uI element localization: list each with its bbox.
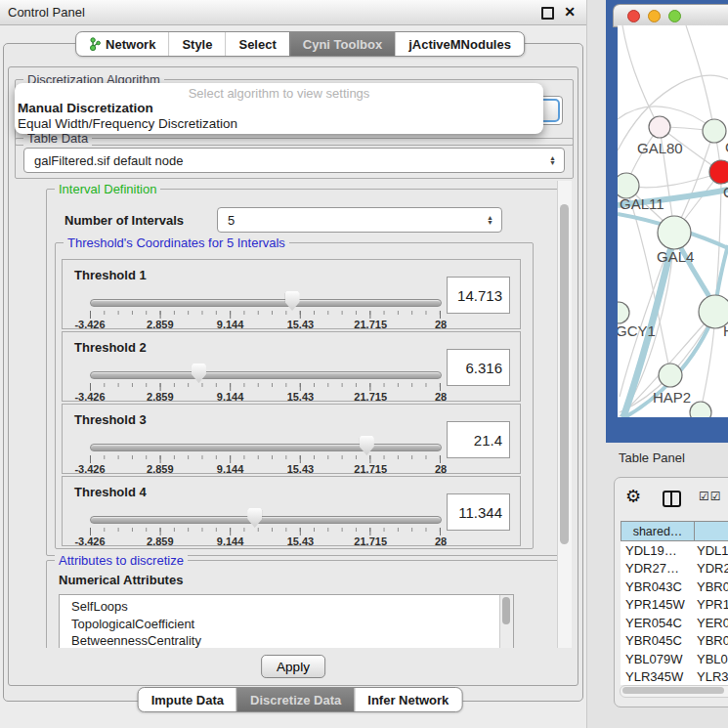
network-node[interactable] bbox=[649, 116, 670, 138]
control-panel: Control Panel ✕ Network Style Select Cyn… bbox=[0, 0, 587, 728]
threshold-1-slider[interactable] bbox=[90, 299, 442, 307]
tab-infer-network[interactable]: Infer Network bbox=[354, 688, 461, 711]
tab-cyni-toolbox[interactable]: Cyni Toolbox bbox=[289, 32, 395, 56]
node-table: shared… n YDL19…YDL1 YDR27…YDR2 YBR043CY… bbox=[621, 521, 728, 685]
node-label: GAL11 bbox=[620, 195, 664, 212]
node-label: HAP2 bbox=[653, 389, 691, 406]
interval-definition-section: Interval Definition Number of Intervals … bbox=[46, 189, 560, 556]
algorithm-dropdown-popup: Select algorithm to view settings Manual… bbox=[15, 83, 543, 134]
table-panel: ⚙ ☑☑ shared… n YDL19…YDL1 YDR27…YDR2 YBR… bbox=[614, 477, 728, 707]
table-panel-title: Table Panel bbox=[619, 450, 685, 465]
slider-ticks bbox=[90, 311, 441, 319]
threshold-4-slider-thumb[interactable] bbox=[247, 508, 262, 528]
tab-jactivemnodules[interactable]: jActiveMNodules bbox=[395, 32, 524, 56]
table-horizontal-scrollbar[interactable] bbox=[620, 685, 728, 698]
threshold-4-value-field[interactable]: 11.344 bbox=[447, 493, 510, 531]
table-data-combobox[interactable]: galFiltered.sif default node ▲▼ bbox=[23, 148, 565, 173]
table-row[interactable]: YBR043CYBR0 bbox=[621, 578, 728, 596]
threshold-2-slider[interactable] bbox=[90, 371, 442, 379]
node-label: H bbox=[723, 322, 728, 339]
table-row[interactable]: YBL079WYBL0 bbox=[621, 650, 728, 668]
slider-ticks bbox=[90, 455, 441, 463]
settings-scrollbar[interactable] bbox=[557, 181, 572, 648]
table-row[interactable]: YER054CYER0 bbox=[621, 614, 728, 632]
slider-ticks bbox=[90, 528, 441, 535]
combobox-spinner-icon: ▲▼ bbox=[487, 215, 501, 225]
network-tab-icon bbox=[89, 37, 101, 51]
table-row[interactable]: YBR045CYBR0 bbox=[621, 632, 728, 651]
threshold-3-slider-thumb[interactable] bbox=[360, 436, 374, 455]
network-node[interactable] bbox=[659, 364, 682, 387]
float-window-icon[interactable] bbox=[541, 7, 554, 20]
slider-scale: -3.426 2.859 9.144 15.43 21.715 28 bbox=[90, 391, 441, 403]
threshold-3-box: Threshold 3 -3.426 2.859 9.144 15.43 21.… bbox=[62, 404, 521, 474]
select-columns-icon[interactable]: ☑☑ bbox=[699, 490, 722, 503]
minimize-traffic-light[interactable] bbox=[648, 10, 661, 22]
numerical-attributes-label: Numerical Attributes bbox=[59, 573, 183, 587]
close-icon[interactable]: ✕ bbox=[564, 4, 576, 20]
table-data-section: Table Data galFiltered.sif default node … bbox=[15, 138, 574, 179]
close-traffic-light[interactable] bbox=[627, 10, 640, 22]
node-label: C bbox=[723, 184, 728, 200]
network-node[interactable] bbox=[618, 302, 629, 323]
threshold-4-slider[interactable] bbox=[90, 516, 442, 524]
thresholds-section: Threshold's Coordinates for 5 Intervals … bbox=[55, 242, 534, 549]
settings-scroll-area: Interval Definition Number of Intervals … bbox=[15, 181, 572, 648]
number-of-intervals-combobox[interactable]: 5 ▲▼ bbox=[217, 207, 502, 233]
slider-scale: -3.426 2.859 9.144 15.43 21.715 28 bbox=[90, 535, 441, 547]
interval-definition-legend: Interval Definition bbox=[55, 182, 160, 196]
list-item[interactable]: BetweennessCentrality bbox=[60, 632, 513, 648]
network-graph: GAL80 G C GAL11 GAL4 GCY1 H HAP2 bbox=[618, 25, 728, 417]
threshold-3-value-field[interactable]: 21.4 bbox=[447, 421, 510, 458]
threshold-2-box: Threshold 2 -3.426 2.859 9.144 15.43 21.… bbox=[62, 331, 521, 402]
node-label: GAL4 bbox=[657, 248, 694, 265]
column-header[interactable]: shared… bbox=[621, 521, 695, 541]
threshold-3-slider[interactable] bbox=[90, 444, 442, 451]
attributes-section: Attributes to discretize Numerical Attri… bbox=[46, 560, 560, 648]
tab-discretize-data[interactable]: Discretize Data bbox=[236, 688, 354, 711]
column-header[interactable]: n bbox=[695, 521, 728, 541]
network-node[interactable] bbox=[690, 402, 711, 417]
slider-scale: -3.426 2.859 9.144 15.43 21.715 28 bbox=[90, 463, 441, 475]
tab-impute-data[interactable]: Impute Data bbox=[139, 688, 236, 711]
cyni-mode-tabbar: Impute Data Discretize Data Infer Networ… bbox=[138, 687, 463, 712]
network-window: GAL80 G C GAL11 GAL4 GCY1 H HAP2 bbox=[606, 0, 728, 443]
threshold-1-slider-thumb[interactable] bbox=[285, 291, 300, 311]
node-label: GAL80 bbox=[637, 140, 683, 156]
network-node[interactable] bbox=[658, 216, 691, 249]
control-panel-titlebar: Control Panel ✕ bbox=[0, 0, 586, 25]
tab-style[interactable]: Style bbox=[168, 32, 225, 56]
threshold-1-value-field[interactable]: 14.713 bbox=[447, 277, 510, 314]
list-scrollbar[interactable] bbox=[499, 595, 513, 648]
tab-select[interactable]: Select bbox=[225, 32, 288, 56]
control-panel-tabbar: Network Style Select Cyni Toolbox jActiv… bbox=[75, 31, 525, 57]
threshold-1-box: Threshold 1 -3.426 2.859 9.144 15.43 21.… bbox=[62, 259, 521, 329]
list-item[interactable]: SelfLoops bbox=[60, 595, 513, 616]
table-row[interactable]: YPR145WYPR1 bbox=[621, 596, 728, 615]
numerical-attributes-list: SelfLoops TopologicalCoefficient Between… bbox=[59, 594, 514, 648]
table-row[interactable]: YDR27…YDR2 bbox=[621, 560, 728, 578]
split-view-icon[interactable] bbox=[663, 491, 681, 507]
apply-button[interactable]: Apply bbox=[261, 655, 325, 678]
table-row[interactable]: YDL19…YDL1 bbox=[621, 541, 728, 560]
tab-network[interactable]: Network bbox=[76, 32, 168, 56]
threshold-2-value-field[interactable]: 6.316 bbox=[447, 349, 510, 386]
table-header-row: shared… n bbox=[621, 521, 728, 541]
node-label: GCY1 bbox=[618, 322, 656, 339]
threshold-2-slider-thumb[interactable] bbox=[192, 364, 206, 383]
network-node-selected[interactable] bbox=[709, 160, 728, 184]
threshold-4-box: Threshold 4 -3.426 2.859 9.144 15.43 21.… bbox=[62, 476, 521, 546]
number-of-intervals-label: Number of Intervals bbox=[64, 213, 184, 228]
control-panel-title: Control Panel bbox=[8, 5, 85, 20]
network-node[interactable] bbox=[703, 119, 726, 143]
network-canvas[interactable]: GAL80 G C GAL11 GAL4 GCY1 H HAP2 bbox=[618, 25, 728, 417]
dropdown-hint: Select algorithm to view settings bbox=[15, 83, 543, 101]
dropdown-option-equal-width[interactable]: Equal Width/Frequency Discretization bbox=[15, 116, 543, 132]
gear-icon[interactable]: ⚙ bbox=[625, 486, 641, 507]
dropdown-option-manual[interactable]: Manual Discretization bbox=[15, 101, 543, 116]
attributes-legend: Attributes to discretize bbox=[55, 553, 188, 568]
list-item[interactable]: TopologicalCoefficient bbox=[60, 616, 513, 633]
combobox-spinner-icon: ▲▼ bbox=[549, 155, 564, 165]
table-row[interactable]: YLR345WYLR3 bbox=[621, 668, 728, 686]
zoom-traffic-light[interactable] bbox=[668, 10, 681, 22]
